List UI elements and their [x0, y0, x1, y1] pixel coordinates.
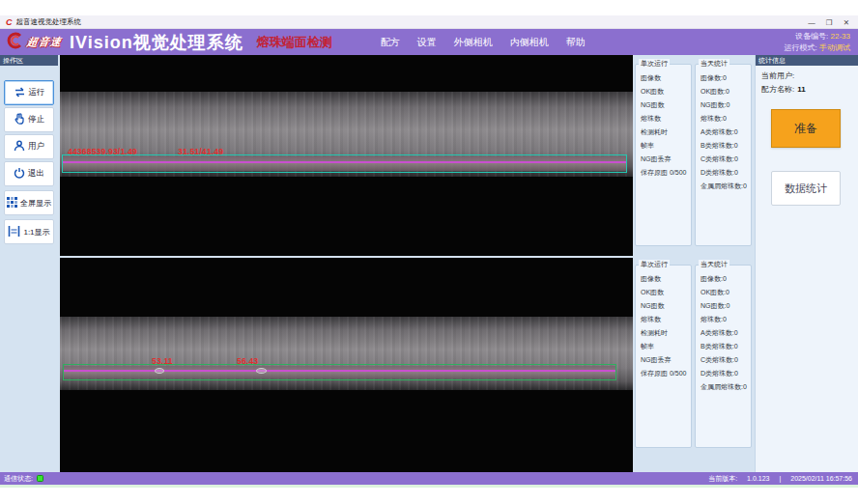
one-to-one-icon	[8, 226, 20, 238]
single-run-stats-panel-2: 单次运行 图像数 OK图数 NG图数 熔珠数 检测耗时 帧率 NG图丢弃 保存原…	[635, 265, 692, 448]
stat-row: NG图数:0	[701, 301, 749, 311]
defect-marker	[155, 368, 164, 374]
user-icon	[14, 140, 25, 154]
window-title: 超音速视觉处理系统	[16, 17, 82, 27]
stat-row: OK图数	[641, 288, 689, 297]
comm-status-label: 通信状态:	[4, 474, 33, 484]
stat-row: 熔珠数	[641, 114, 689, 124]
close-button[interactable]: ✕	[839, 16, 854, 28]
stat-row: OK图数:0	[701, 288, 749, 297]
menu-item-recipe[interactable]: 配方	[381, 36, 400, 49]
stat-row: 熔珠数	[641, 315, 689, 324]
stat-row: 图像数:0	[701, 73, 749, 83]
measurement-annotation: 44368539.93/1.49	[68, 147, 137, 156]
camera-view-inner: 53.11 56.43	[60, 258, 633, 472]
operation-sidebar: 操作区 运行 停止 用户 退出 全屏显示	[0, 55, 58, 472]
stat-row: A类熔珠数:0	[701, 328, 749, 338]
app-title: IVision视觉处理系统	[70, 31, 243, 54]
group-title: 单次运行	[639, 260, 670, 269]
seam-bounding-box	[63, 364, 616, 380]
comm-status-led	[37, 475, 43, 482]
user-button[interactable]: 用户	[4, 134, 54, 159]
stat-row: 金属屑熔珠数:0	[701, 182, 749, 191]
seam-bounding-box	[62, 154, 627, 173]
today-stats-panel-2: 当天统计 图像数:0 OK图数:0 NG图数:0 熔珠数:0 A类熔珠数:0 B…	[695, 265, 752, 448]
prepare-button[interactable]: 准备	[771, 109, 841, 148]
stat-row: B类熔珠数:0	[701, 141, 749, 151]
stat-row: NG图数:0	[701, 100, 749, 110]
stat-row: 检测耗时	[641, 328, 689, 338]
one-to-one-button[interactable]: 1:1显示	[4, 219, 54, 244]
run-icon	[14, 87, 26, 99]
stat-row: B类熔珠数:0	[701, 342, 749, 351]
stat-row: 图像数:0	[701, 274, 749, 284]
camera-view-outer: 44368539.93/1.49 31.51/41.49	[60, 55, 633, 256]
seam-center-line	[64, 370, 615, 372]
stat-row: 金属屑熔珠数:0	[701, 382, 749, 392]
stat-row: NG图丢弃	[641, 154, 689, 164]
stat-row: NG图数	[641, 100, 689, 110]
group-title: 当天统计	[699, 59, 729, 69]
main-area: 操作区 运行 停止 用户 退出 全屏显示	[0, 55, 858, 472]
main-menu: 配方 设置 外侧相机 内侧相机 帮助	[381, 36, 586, 49]
taskbar-edge	[0, 485, 858, 488]
app-logo-icon: C	[6, 17, 13, 27]
stat-row: OK图数:0	[701, 87, 749, 97]
brand-swirl-icon	[6, 31, 25, 54]
menu-item-help[interactable]: 帮助	[566, 36, 586, 49]
stat-row: 熔珠数:0	[701, 114, 749, 124]
defect-marker	[256, 368, 267, 374]
os-title-bar: C 超音速视觉处理系统 — ❐ ✕	[0, 15, 858, 29]
run-mode: 运行模式: 手动调试	[785, 42, 850, 54]
brand-name: 超音速	[26, 35, 63, 49]
stat-row: 熔珠数:0	[701, 315, 749, 324]
today-stats-panel-1: 当天统计 图像数:0 OK图数:0 NG图数:0 熔珠数:0 A类熔珠数:0 B…	[695, 64, 752, 246]
menu-item-outer-camera[interactable]: 外侧相机	[454, 36, 493, 49]
run-button[interactable]: 运行	[4, 80, 54, 105]
stat-row: 图像数	[641, 73, 689, 83]
minimize-button[interactable]: —	[804, 16, 819, 28]
stat-row: 保存原图 0/500	[641, 168, 689, 178]
version-label: 当前版本:	[708, 474, 737, 484]
maximize-button[interactable]: ❐	[821, 16, 837, 28]
datetime: 2025/02/11 16:57:56	[790, 475, 852, 482]
stat-row: D类熔珠数:0	[701, 168, 749, 178]
single-run-stats-panel-1: 单次运行 图像数 OK图数 NG图数 熔珠数 检测耗时 帧率 NG图丢弃 保存原…	[635, 64, 692, 246]
stat-row: OK图数	[641, 87, 689, 97]
app-header: 超音速 IVision视觉处理系统 熔珠端面检测 配方 设置 外侧相机 内侧相机…	[0, 29, 858, 55]
stat-row: C类熔珠数:0	[701, 355, 749, 365]
stat-row: NG图丢弃	[641, 355, 689, 365]
measurement-annotation: 53.11	[152, 356, 173, 366]
stat-row: 图像数	[641, 274, 689, 284]
fullscreen-button[interactable]: 全屏显示	[4, 190, 54, 215]
measurement-annotation: 31.51/41.49	[178, 147, 223, 156]
exit-button[interactable]: 退出	[4, 161, 54, 186]
stat-row: 保存原图 0/500	[641, 369, 689, 378]
statistics-info-panel: 统计信息 当前用户: 配方名称:11 准备 数据统计	[755, 55, 858, 472]
power-icon	[14, 167, 25, 181]
separator: |	[779, 475, 781, 482]
stat-row: C类熔珠数:0	[701, 154, 749, 164]
stat-row: A类熔珠数:0	[701, 127, 749, 137]
application-window: C 超音速视觉处理系统 — ❐ ✕ 超音速 IVision视觉处理系统 熔珠端面…	[0, 0, 858, 504]
version-value: 1.0.123	[747, 475, 769, 482]
fullscreen-icon	[7, 197, 17, 210]
menu-item-inner-camera[interactable]: 内侧相机	[510, 36, 549, 49]
group-title: 单次运行	[639, 59, 670, 69]
stat-row: NG图数	[641, 301, 689, 311]
stat-row: 帧率	[641, 342, 689, 351]
current-user-row: 当前用户:	[761, 70, 797, 81]
stop-hand-icon	[14, 113, 25, 126]
stop-button[interactable]: 停止	[4, 107, 54, 132]
menu-item-settings[interactable]: 设置	[417, 36, 437, 49]
device-number: 设备编号: 22-33	[785, 31, 850, 42]
data-statistics-button[interactable]: 数据统计	[771, 171, 841, 206]
stat-row: 帧率	[641, 141, 689, 151]
stat-row: 检测耗时	[641, 127, 689, 137]
app-subtitle: 熔珠端面检测	[257, 34, 332, 51]
info-panel-title: 统计信息	[756, 55, 858, 66]
status-bar: 通信状态: 当前版本: 1.0.123 | 2025/02/11 16:57:5…	[0, 472, 858, 485]
measurement-annotation: 56.43	[237, 356, 258, 366]
group-title: 当天统计	[699, 260, 729, 269]
sidebar-title: 操作区	[0, 55, 58, 66]
